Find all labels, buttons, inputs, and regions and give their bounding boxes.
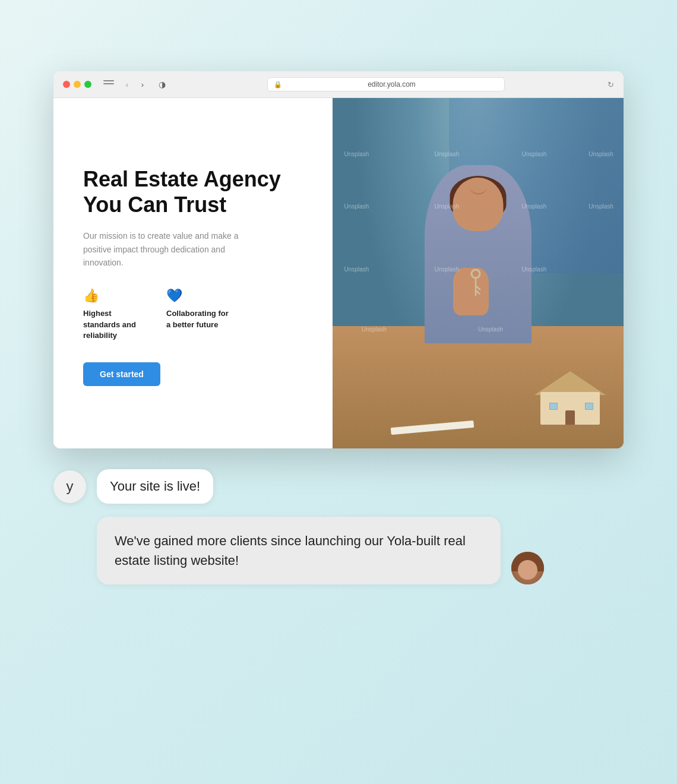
watermark-9: Unsplash [344,266,369,273]
watermark-5: Unsplash [344,203,369,210]
feature-label-2: Collaborating for a better future [166,308,232,330]
website-right-panel: Unsplash Unsplash Unsplash Unsplash Unsp… [333,98,624,448]
browser-nav: ‹ › [121,78,148,90]
browser-window: ‹ › ◑ 🔒 editor.yola.com ↻ Real Estate Ag… [53,71,624,448]
chat-row-1: y Your site is live! [53,469,624,504]
refresh-icon[interactable]: ↻ [608,80,614,89]
chat-bubble-2: We've gained more clients since launchin… [97,517,501,584]
thumbsup-icon: 👍 [83,288,148,304]
house-body [540,392,600,425]
house-model [534,371,606,425]
chat-message-2: We've gained more clients since launchin… [115,533,466,568]
house-door [565,410,575,425]
watermark-1: Unsplash [344,151,369,157]
chat-bubble-1: Your site is live! [97,469,213,504]
brightness-icon: ◑ [156,78,169,91]
maximize-button[interactable] [84,81,91,88]
minimize-button[interactable] [74,81,81,88]
yola-avatar-letter: y [67,478,74,495]
house-window-left [549,403,558,410]
website-left-panel: Real Estate Agency You Can Trust Our mis… [53,98,333,448]
user-avatar-inner [511,552,544,584]
person-smile [469,186,487,195]
forward-button[interactable]: › [137,78,148,90]
person-head [453,178,504,231]
heart-icon: 💙 [166,288,232,304]
back-button[interactable]: ‹ [121,78,133,90]
sidebar-toggle-icon[interactable] [103,80,114,88]
url-text: editor.yola.com [286,80,498,88]
hero-subtitle: Our mission is to create value and make … [83,229,249,269]
address-bar[interactable]: 🔒 editor.yola.com [267,77,505,91]
website-content: Real Estate Agency You Can Trust Our mis… [53,98,624,448]
get-started-button[interactable]: Get started [83,362,160,386]
chat-section: y Your site is live! We've gained more c… [53,469,624,584]
hero-title: Real Estate Agency You Can Trust [83,166,303,217]
house-roof [534,371,606,395]
user-avatar [511,552,544,584]
features-row: 👍 Highest standards and reliability 💙 Co… [83,288,303,341]
lock-icon: 🔒 [274,81,282,88]
browser-chrome: ‹ › ◑ 🔒 editor.yola.com ↻ [53,71,624,98]
close-button[interactable] [63,81,70,88]
chat-message-1: Your site is live! [110,479,200,494]
chat-row-2: We've gained more clients since launchin… [53,517,624,584]
feature-item-1: 👍 Highest standards and reliability [83,288,148,341]
feature-item-2: 💙 Collaborating for a better future [166,288,232,341]
traffic-lights [63,81,91,88]
keys-figure [464,269,488,301]
house-window-right [585,403,593,410]
yola-avatar: y [53,470,86,503]
svg-point-0 [472,270,480,278]
hero-photo: Unsplash Unsplash Unsplash Unsplash Unsp… [333,98,624,448]
feature-label-1: Highest standards and reliability [83,308,148,341]
